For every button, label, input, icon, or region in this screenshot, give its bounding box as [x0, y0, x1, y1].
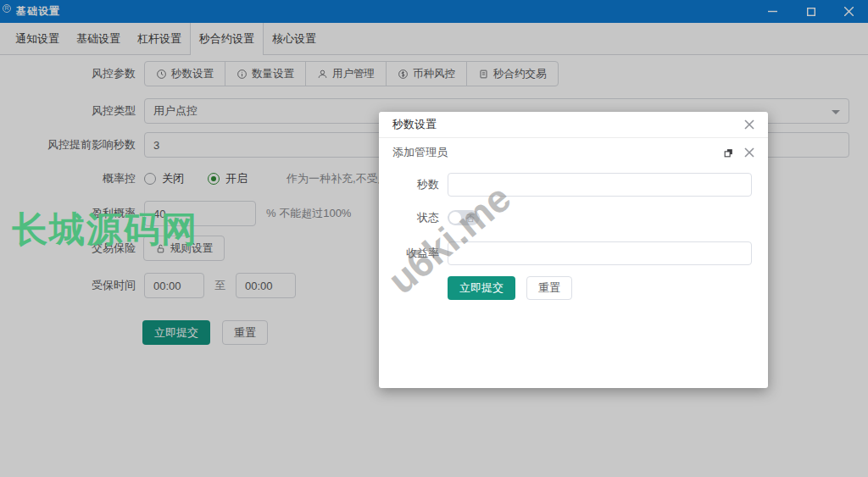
- restore-icon: [723, 147, 734, 158]
- dialog-title: 秒数设置: [392, 117, 437, 132]
- toggle-knob: [449, 212, 461, 224]
- close-icon: [744, 119, 754, 130]
- dialog-submit-button[interactable]: 立即提交: [448, 276, 515, 300]
- toggle-off-text: 否: [466, 213, 475, 225]
- dialog-header: 秒数设置: [379, 112, 768, 138]
- yield-input[interactable]: [448, 241, 752, 265]
- dialog-subtitle: 添加管理员: [392, 145, 448, 160]
- seconds-input[interactable]: [448, 173, 752, 197]
- seconds-field-label: 秒数: [379, 177, 448, 192]
- status-toggle[interactable]: 否: [448, 210, 480, 225]
- close-icon: [744, 147, 754, 158]
- seconds-setting-dialog: 秒数设置 添加管理员 秒数 状态 否 收益率 立即提交 重置: [379, 112, 768, 388]
- dialog-subheader: 添加管理员: [379, 138, 768, 167]
- status-field-label: 状态: [379, 210, 448, 225]
- inner-close-button[interactable]: [744, 147, 754, 158]
- restore-window-button[interactable]: [723, 147, 734, 158]
- yield-field-label: 收益率: [379, 246, 448, 261]
- dialog-close-button[interactable]: [744, 119, 754, 130]
- dialog-reset-button[interactable]: 重置: [526, 276, 572, 300]
